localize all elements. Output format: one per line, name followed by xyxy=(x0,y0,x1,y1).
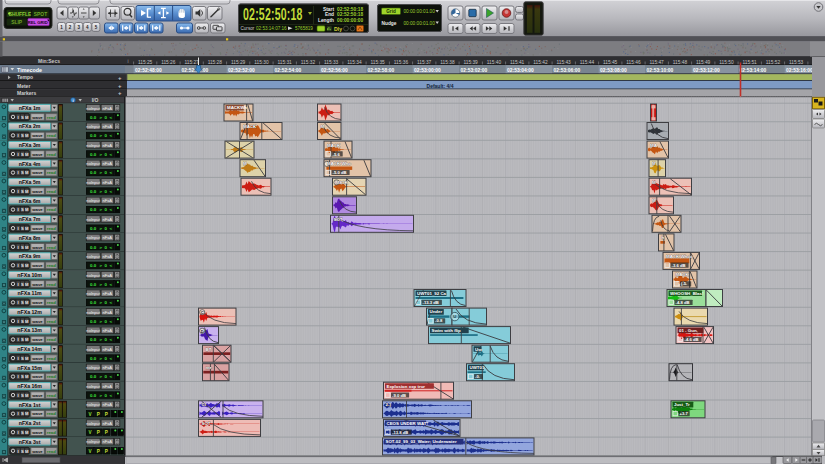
svg-text:SHUFFLE: SHUFFLE xyxy=(9,12,32,17)
svg-text:read: read xyxy=(47,170,56,175)
svg-text:S: S xyxy=(21,115,24,120)
svg-text:M: M xyxy=(25,282,29,287)
svg-text:115:47: 115:47 xyxy=(649,60,664,65)
svg-text:D: D xyxy=(201,329,204,334)
svg-text:115:29: 115:29 xyxy=(231,60,246,65)
svg-text:noInput: noInput xyxy=(86,143,101,148)
svg-text:I: I xyxy=(18,207,19,212)
svg-text:Timecode: Timecode xyxy=(17,67,42,73)
svg-text:S: S xyxy=(21,449,24,454)
svg-text:read: read xyxy=(47,393,56,398)
svg-text:read: read xyxy=(47,300,56,305)
svg-text:115:41: 115:41 xyxy=(510,60,525,65)
svg-text:02:52:54:00: 02:52:54:00 xyxy=(275,68,302,73)
svg-text:noInput: noInput xyxy=(86,217,101,222)
svg-text:wave: wave xyxy=(31,356,43,361)
svg-text:M: M xyxy=(25,170,29,175)
svg-text:I/O: I/O xyxy=(92,97,99,103)
svg-text:i: i xyxy=(72,98,73,103)
svg-text:Swim with flip: Swim with flip xyxy=(432,328,462,333)
svg-text:wave: wave xyxy=(31,170,43,175)
svg-text:noInput: noInput xyxy=(86,180,101,185)
svg-text:0.0: 0.0 xyxy=(90,133,97,138)
svg-text:I: I xyxy=(18,189,19,194)
svg-text:<: < xyxy=(110,245,113,250)
svg-text:S: S xyxy=(21,189,24,194)
svg-text:Length: Length xyxy=(318,18,334,23)
svg-text:>: > xyxy=(100,300,103,305)
svg-text:0.0: 0.0 xyxy=(90,319,97,324)
svg-text:REL GRID: REL GRID xyxy=(28,20,48,25)
svg-text:wave: wave xyxy=(31,115,43,120)
svg-text:-9.0 dB: -9.0 dB xyxy=(392,393,406,398)
svg-text:S: S xyxy=(21,337,24,342)
svg-text:P: P xyxy=(97,412,100,417)
svg-text:noInput: noInput xyxy=(86,273,101,278)
svg-text:S: S xyxy=(21,300,24,305)
svg-text:noInput: noInput xyxy=(86,310,101,315)
svg-text:115:33: 115:33 xyxy=(324,60,339,65)
svg-text:wave: wave xyxy=(31,152,43,157)
svg-text:115:36: 115:36 xyxy=(394,60,409,65)
svg-text:M: M xyxy=(25,449,29,454)
svg-text:115:45: 115:45 xyxy=(603,60,618,65)
svg-text:115:40: 115:40 xyxy=(487,60,502,65)
svg-text:nFXa 14m: nFXa 14m xyxy=(17,346,42,352)
svg-text:I: I xyxy=(18,170,19,175)
svg-text:MACKWh: MACKWh xyxy=(227,105,247,110)
svg-text:nFxA: nFxA xyxy=(102,254,112,259)
svg-text:M: M xyxy=(25,263,29,268)
svg-text:nFxA: nFxA xyxy=(102,421,112,426)
svg-text:wave: wave xyxy=(31,245,43,250)
svg-text:wave: wave xyxy=(31,263,43,268)
svg-text:115:50: 115:50 xyxy=(719,60,734,65)
svg-text:wave: wave xyxy=(31,393,43,398)
svg-text:nFxA: nFxA xyxy=(102,310,112,315)
svg-text:nFxA: nFxA xyxy=(102,217,112,222)
svg-text:>: > xyxy=(100,282,103,287)
svg-text:M: M xyxy=(25,300,29,305)
svg-text:read: read xyxy=(47,356,56,361)
svg-text:wave: wave xyxy=(31,374,43,379)
svg-text:wave: wave xyxy=(31,133,43,138)
svg-text:>: > xyxy=(100,263,103,268)
svg-text:Just_Tr: Just_Tr xyxy=(674,402,690,407)
svg-text:S: S xyxy=(21,170,24,175)
svg-text:nFxA: nFxA xyxy=(102,124,112,129)
svg-text:read: read xyxy=(47,282,56,287)
svg-text:Grid: Grid xyxy=(386,9,396,14)
svg-text:SLIP: SLIP xyxy=(11,20,23,25)
svg-text:<: < xyxy=(110,207,113,212)
svg-text:P: P xyxy=(105,430,108,435)
svg-text:noInput: noInput xyxy=(86,124,101,129)
svg-text:P: P xyxy=(97,430,100,435)
svg-text:read: read xyxy=(47,226,56,231)
svg-text:115:25: 115:25 xyxy=(138,60,153,65)
svg-text:<: < xyxy=(110,300,113,305)
svg-text:nFxA: nFxA xyxy=(102,291,112,296)
svg-text:0.0: 0.0 xyxy=(90,300,97,305)
svg-text:I: I xyxy=(18,300,19,305)
svg-text:wave: wave xyxy=(31,319,43,324)
svg-text:M: M xyxy=(25,152,29,157)
svg-text:nFxA: nFxA xyxy=(102,347,112,352)
svg-text:I: I xyxy=(18,115,19,120)
svg-text:02:52:50:18: 02:52:50:18 xyxy=(337,7,363,12)
svg-text:M: M xyxy=(25,319,29,324)
svg-text:Meter: Meter xyxy=(17,83,30,89)
svg-text:nFxA: nFxA xyxy=(102,161,112,166)
svg-text:02:53:06:00: 02:53:06:00 xyxy=(554,68,581,73)
svg-text:wave: wave xyxy=(31,189,43,194)
svg-text:nFXa 1m: nFXa 1m xyxy=(19,105,41,111)
svg-text:I: I xyxy=(18,411,19,416)
svg-text:MACK Who: MACK Who xyxy=(327,161,351,166)
svg-text:M: M xyxy=(25,207,29,212)
svg-text:noInput: noInput xyxy=(86,365,101,370)
svg-text:02:53:12:00: 02:53:12:00 xyxy=(693,68,720,73)
svg-text:M: M xyxy=(652,161,656,166)
svg-text:I: I xyxy=(18,356,19,361)
svg-text:M: M xyxy=(321,124,325,129)
svg-text:+3.7: +3.7 xyxy=(680,411,689,416)
svg-text:noInput: noInput xyxy=(86,161,101,166)
svg-text:wave: wave xyxy=(31,449,43,454)
